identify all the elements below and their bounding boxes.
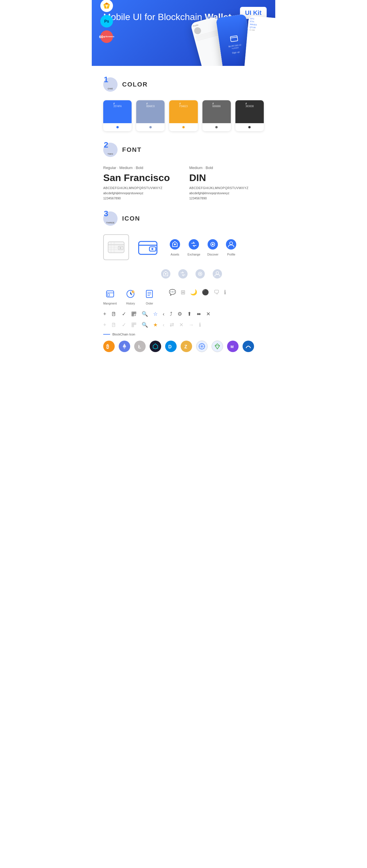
svg-rect-53 <box>132 315 133 316</box>
mgmt-icon-order: Order <box>144 289 154 305</box>
svg-rect-52 <box>135 313 135 313</box>
share-icon: ⤴ <box>170 311 172 317</box>
svg-text:₿: ₿ <box>106 344 109 349</box>
nav-icons-grey <box>161 269 264 280</box>
svg-point-10 <box>119 247 121 249</box>
check-icon: ✓ <box>122 311 126 317</box>
font-section-content: Regular · Medium · Bold San Francisco AB… <box>103 165 264 200</box>
phone-right: BTC ETH WAVES QTUM 12-298 <box>244 16 275 66</box>
upload-icon: ⬆ <box>187 311 192 317</box>
ps-label: Ps <box>104 19 109 24</box>
resize-icon: ⬌ <box>197 311 201 317</box>
edit-icon <box>112 311 117 316</box>
polygon-icon: M <box>227 341 238 352</box>
mgmt-icon-management: Mangment <box>103 289 117 305</box>
icon-section-content: Assets Exchange <box>103 234 264 352</box>
color-title: COLOR <box>122 81 148 88</box>
info-icon-grey: ℹ <box>199 322 201 328</box>
hero-badges: Ps 60+ Screens <box>101 0 113 43</box>
svg-text:M: M <box>230 345 234 349</box>
color-swatch-blue: #3574FA <box>103 100 132 131</box>
x-icon-grey: ✕ <box>179 322 184 328</box>
svg-point-24 <box>212 244 214 245</box>
qr-icon <box>131 311 137 316</box>
screens-badge: 60+ Screens <box>101 30 113 43</box>
info-icon: ℹ <box>224 289 226 296</box>
x-icon: ✕ <box>206 311 210 317</box>
nav-icon-assets: Assets <box>169 239 181 256</box>
chevron-left-icon-grey: ‹ <box>163 322 165 328</box>
mgmt-icon-history: History <box>125 289 136 305</box>
icon-wireframe-wallet <box>103 234 129 260</box>
blockchain-label: BlockChain Icon <box>103 333 264 336</box>
section-number-1: 1 ONE <box>103 78 117 92</box>
waves-icon <box>150 341 161 352</box>
small-icons-colored: + ✓ 🔍 ☆ ‹ ⤴ ⚙ ⬆ ⬌ ✕ <box>103 311 264 317</box>
zcash-icon: Z <box>181 341 192 352</box>
svg-point-40 <box>132 290 135 293</box>
section-number-3: 3 THREE <box>103 211 117 226</box>
svg-rect-38 <box>108 294 110 296</box>
star-icon-orange: ★ <box>153 322 158 328</box>
misc-icons-row: 💬 ⊞ 🌙 ⚫ 🗨 ℹ <box>169 289 226 296</box>
svg-rect-63 <box>135 323 135 324</box>
svg-rect-45 <box>112 312 115 316</box>
arrows-icon-grey: ⇄ <box>170 322 174 328</box>
search-icon-grey: 🔍 <box>142 322 148 328</box>
nav-icon-discover: Discover <box>207 239 219 256</box>
color-swatch-dark: #303030 <box>235 100 264 131</box>
color-swatch-grey: #666666 <box>202 100 231 131</box>
font-din: Medium · Bold DIN ABCDEFGHIJKLMNOPQRSTUV… <box>189 165 264 200</box>
svg-rect-56 <box>112 323 115 327</box>
svg-rect-51 <box>132 313 133 313</box>
edit-icon-grey <box>112 322 117 328</box>
svg-marker-69 <box>153 344 158 349</box>
nav-icon-profile: Profile <box>225 239 237 256</box>
svg-point-20 <box>174 244 176 245</box>
settings-icon: ⚙ <box>177 311 182 317</box>
crypto-icons-row: ₿ Ł D Z <box>103 341 264 352</box>
arrow-right-grey: → <box>189 322 194 328</box>
circle-icon: ⚫ <box>202 289 209 296</box>
sketch-badge <box>101 0 113 12</box>
svg-text:Z: Z <box>185 344 187 349</box>
icon-section-header: 3 THREE ICON <box>103 211 264 226</box>
section-number-2: 2 TWO <box>103 143 117 157</box>
nav-icon-discover-grey <box>195 269 205 280</box>
gem-icon <box>211 341 223 352</box>
nav-icon-assets-grey <box>161 269 171 280</box>
plus-icon: + <box>103 311 106 317</box>
svg-point-33 <box>199 273 201 274</box>
moon-icon: 🌙 <box>190 289 197 296</box>
icon-main-row: Assets Exchange <box>103 234 264 260</box>
svg-point-30 <box>178 269 188 278</box>
nav-icon-profile-grey <box>212 269 223 280</box>
color-swatch-orange: #F5A623 <box>169 100 198 131</box>
hero-section: Mobile UI for Blockchain Wallet UI Kit P… <box>92 0 275 66</box>
ps-badge: Ps <box>101 15 113 28</box>
icon-title: ICON <box>122 215 140 222</box>
check-icon-grey: ✓ <box>122 322 126 328</box>
phone-right-screen: BTC ETH WAVES QTUM 12-298 <box>244 16 275 66</box>
svg-rect-7 <box>230 35 238 41</box>
message-icon: 🗨 <box>214 289 219 296</box>
dash-icon: D <box>165 341 177 352</box>
icon-blue-wallet <box>135 234 161 260</box>
star-icon-blue: ☆ <box>153 311 158 317</box>
color-swatches: #3574FA #8DA0C8 #F5A623 #666666 #303030 <box>103 100 264 131</box>
arc-icon <box>243 341 254 352</box>
svg-point-21 <box>189 239 199 249</box>
phone-mockups: Profile $6,297,502.12 myWallet Sign up <box>192 14 275 66</box>
svg-point-17 <box>151 248 153 250</box>
ethereum-icon <box>119 341 130 352</box>
font-san-francisco: Regular · Medium · Bold San Francisco AB… <box>103 165 178 200</box>
svg-rect-62 <box>132 323 133 324</box>
search-icon: 🔍 <box>142 311 148 317</box>
chevron-left-icon: ‹ <box>163 311 165 317</box>
small-icons-grey: + ✓ 🔍 ★ ‹ ⇄ ✕ → ℹ <box>103 322 264 328</box>
mgmt-icons-row: Mangment History <box>103 289 264 305</box>
font-title: FONT <box>122 146 142 154</box>
svg-marker-66 <box>123 343 126 348</box>
svg-text:D: D <box>168 344 172 349</box>
svg-rect-64 <box>132 326 133 327</box>
